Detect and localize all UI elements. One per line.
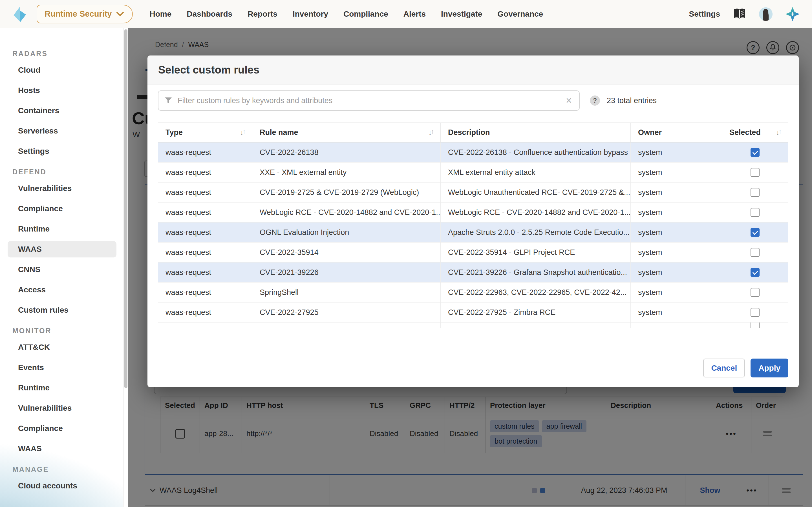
sidebar-section-header: MANAGE <box>12 461 123 478</box>
rule-type-cell: waas-request <box>158 143 252 162</box>
cancel-button[interactable]: Cancel <box>703 358 745 378</box>
custom-rules-table-header: Type ↓↑ Rule name ↓↑ Description Owner S… <box>158 123 788 143</box>
sort-icon[interactable]: ↓↑ <box>428 128 433 136</box>
sidebar-item-att-ck[interactable]: ATT&CK <box>8 339 116 355</box>
rule-checkbox[interactable] <box>751 248 760 257</box>
filter-box: × <box>158 91 580 111</box>
rule-name-cell: XXE - XML external entity <box>252 163 441 182</box>
nav-reports[interactable]: Reports <box>248 10 277 18</box>
clear-filter-icon[interactable]: × <box>565 96 573 106</box>
sidebar-item-access[interactable]: Access <box>8 282 116 298</box>
sidebar-item-waas[interactable]: WAAS <box>8 241 116 258</box>
help-icon[interactable]: ? <box>590 96 600 106</box>
nav-compliance[interactable]: Compliance <box>343 10 388 18</box>
sidebar-item-vulnerabilities[interactable]: Vulnerabilities <box>8 400 116 416</box>
rule-checkbox[interactable] <box>751 323 760 328</box>
rule-checkbox[interactable] <box>751 268 760 277</box>
custom-rules-table: Type ↓↑ Rule name ↓↑ Description Owner S… <box>158 122 788 328</box>
nav-dashboards[interactable]: Dashboards <box>187 10 232 18</box>
nav-inventory[interactable]: Inventory <box>293 10 328 18</box>
sidebar-item-compliance[interactable]: Compliance <box>8 201 116 217</box>
sidebar-item-cloud-accounts[interactable]: Cloud accounts <box>8 478 116 494</box>
custom-rule-row[interactable]: waas-requestCVE-2022-35914CVE-2022-35914… <box>158 242 788 263</box>
sidebar-item-custom-rules[interactable]: Custom rules <box>8 302 116 318</box>
rule-description-cell: WebLogic RCE - CVE-2020-14882 and CVE-20… <box>441 203 631 222</box>
sidebar-item-compliance[interactable]: Compliance <box>8 420 116 437</box>
filter-custom-rules-input[interactable] <box>177 96 560 105</box>
rule-type-cell: waas-request <box>158 163 252 182</box>
filter-funnel-icon <box>165 97 172 104</box>
primary-nav: Home Dashboards Reports Inventory Compli… <box>150 10 543 18</box>
nav-investigate[interactable]: Investigate <box>441 10 482 18</box>
sidebar-item-serverless[interactable]: Serverless <box>8 123 116 139</box>
sidebar-nav: RADARSCloudHostsContainersServerlessSett… <box>0 45 123 494</box>
nav-governance[interactable]: Governance <box>497 10 543 18</box>
rule-cell-clipped <box>252 323 441 328</box>
rule-description-cell: Apache Struts 2.0.0 - 2.5.25 Remote Code… <box>441 223 631 242</box>
sidebar-item-vulnerabilities[interactable]: Vulnerabilities <box>8 180 116 196</box>
col-header-owner[interactable]: Owner <box>631 123 722 142</box>
rule-type-cell: waas-request <box>158 263 252 282</box>
custom-rule-row[interactable]: waas-requestCVE-2021-39226CVE-2021-39226… <box>158 263 788 283</box>
apply-button[interactable]: Apply <box>751 358 788 378</box>
nav-home[interactable]: Home <box>150 10 172 18</box>
custom-rule-row[interactable]: waas-requestCVE-2022-27925CVE-2022-27925… <box>158 302 788 323</box>
custom-rule-row[interactable]: waas-requestWebLogic RCE - CVE-2020-1488… <box>158 203 788 223</box>
custom-rule-row[interactable]: waas-requestCVE-2022-26138CVE-2022-26138… <box>158 143 788 163</box>
sidebar-item-containers[interactable]: Containers <box>8 103 116 119</box>
col-label: Selected <box>729 128 761 137</box>
sidebar-item-cloud[interactable]: Cloud <box>8 62 116 78</box>
rule-name-cell: CVE-2019-2725 & CVE-2019-2729 (WebLogic) <box>252 182 441 202</box>
sidebar-item-events[interactable]: Events <box>8 359 116 376</box>
rule-name-cell: CVE-2022-26138 <box>252 143 441 162</box>
sidebar-item-hosts[interactable]: Hosts <box>8 82 116 99</box>
rule-checkbox[interactable] <box>751 148 760 157</box>
rule-owner-cell: system <box>631 163 722 182</box>
sidebar-item-runtime[interactable]: Runtime <box>8 380 116 396</box>
custom-rule-row[interactable]: waas-requestXXE - XML external entityXML… <box>158 163 788 182</box>
rule-checkbox[interactable] <box>751 208 760 217</box>
sidebar-item-settings[interactable]: Settings <box>8 143 116 159</box>
documentation-book-icon[interactable] <box>733 8 746 20</box>
col-header-type[interactable]: Type ↓↑ <box>158 123 252 142</box>
col-header-selected[interactable]: Selected ↓↑ <box>722 123 788 142</box>
rule-selected-cell <box>722 182 788 202</box>
rule-description-cell: CVE-2022-35914 - GLPI Project RCE <box>441 242 631 262</box>
nav-settings[interactable]: Settings <box>689 10 720 18</box>
rule-checkbox[interactable] <box>751 188 760 197</box>
sort-icon[interactable]: ↓↑ <box>776 128 781 136</box>
col-header-description[interactable]: Description <box>441 123 631 142</box>
chevron-down-icon <box>116 12 124 16</box>
col-header-rule-name[interactable]: Rule name ↓↑ <box>252 123 441 142</box>
rule-selected-cell <box>722 203 788 222</box>
sidebar-item-runtime[interactable]: Runtime <box>8 221 116 237</box>
sort-icon[interactable]: ↓↑ <box>240 128 245 136</box>
modal-actions: Cancel Apply <box>703 358 788 378</box>
custom-rule-row[interactable]: waas-requestSpringShellCVE-2022-22963, C… <box>158 283 788 302</box>
rule-checkbox[interactable] <box>751 308 760 317</box>
module-switcher[interactable]: Runtime Security <box>37 5 133 23</box>
rule-checkbox[interactable] <box>751 228 760 237</box>
nav-alerts[interactable]: Alerts <box>403 10 426 18</box>
sidebar-item-waas[interactable]: WAAS <box>8 441 116 457</box>
custom-rule-row[interactable]: waas-requestOGNL Evaluation InjectionApa… <box>158 223 788 242</box>
sidebar-item-cnns[interactable]: CNNS <box>8 262 116 278</box>
sidebar-section-header: MONITOR <box>12 322 123 339</box>
rule-checkbox[interactable] <box>751 288 760 297</box>
col-label: Description <box>448 128 490 137</box>
top-nav-right: Settings <box>689 7 800 21</box>
rule-name-cell: CVE-2022-27925 <box>252 302 441 322</box>
rule-selected-cell <box>722 323 788 328</box>
rule-name-cell: CVE-2022-35914 <box>252 242 441 262</box>
rule-selected-cell <box>722 242 788 262</box>
prisma-star-icon[interactable] <box>785 7 800 21</box>
rule-name-cell: WebLogic RCE - CVE-2020-14882 and CVE-20… <box>252 203 441 222</box>
scrollbar-thumb[interactable] <box>124 29 128 388</box>
col-label: Rule name <box>260 128 298 137</box>
custom-rules-rows: waas-requestCVE-2022-26138CVE-2022-26138… <box>158 143 788 328</box>
custom-rule-row[interactable]: waas-requestCVE-2019-2725 & CVE-2019-272… <box>158 182 788 203</box>
sidebar-scrollbar[interactable] <box>123 28 128 507</box>
user-avatar[interactable] <box>759 7 772 21</box>
rule-checkbox[interactable] <box>751 168 760 177</box>
rule-name-cell: CVE-2021-39226 <box>252 263 441 282</box>
